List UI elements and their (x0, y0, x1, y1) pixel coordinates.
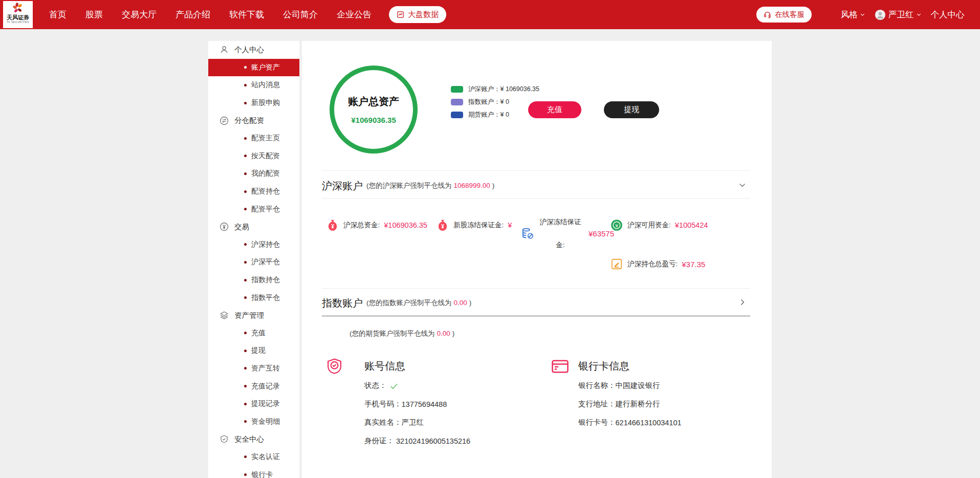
sidebar-item-label: 充值记录 (251, 382, 280, 391)
sidebar-item-account-assets[interactable]: 账户资产 (208, 59, 299, 77)
subtitle-prefix: (您的沪深账户强制平仓线为 (366, 182, 452, 189)
sidebar-item-fund-details[interactable]: 资金明细 (208, 412, 299, 430)
nav-item-home[interactable]: 首页 (49, 9, 67, 20)
brand-logo[interactable]: 天风证券 TF SECURITIES (3, 1, 33, 28)
nav-item-trading-hall[interactable]: 交易大厅 (122, 9, 157, 20)
legend-swatch-purple (451, 99, 463, 105)
bullet-icon (244, 420, 247, 423)
stat-hs-available-funds: ¥ 沪深可用资金: ¥1005424 (610, 219, 708, 232)
sidebar-item-withdraw[interactable]: 提现 (208, 342, 299, 360)
stat-value: ¥1005424 (675, 221, 708, 229)
sidebar-item-label: 配资主页 (251, 134, 280, 143)
sidebar-item-asset-transfer[interactable]: 资产互转 (208, 360, 299, 378)
bullet-icon (244, 473, 247, 476)
bank-info-title: 银行卡信息 (578, 359, 629, 373)
sidebar-item-site-messages[interactable]: 站内消息 (208, 76, 299, 94)
index-account-header[interactable]: 指数账户 (您的指数账户强制平仓线为0.00) (322, 292, 471, 314)
id-card-label: 身份证： (364, 436, 394, 446)
online-service-button[interactable]: 在线客服 (756, 7, 812, 23)
withdraw-button[interactable]: 提现 (604, 101, 659, 118)
coin-icon: ¥ (610, 219, 623, 232)
sidebar-section-security-center[interactable]: 安全中心 (208, 430, 299, 448)
branch-row: 支行地址： 建行新桥分行 (578, 399, 682, 409)
chevron-down-icon[interactable] (860, 12, 865, 17)
bullet-icon (244, 243, 247, 246)
sidebar-section-personal-center[interactable]: 个人中心 (208, 41, 299, 59)
sidebar-item-index-close[interactable]: 指数平仓 (208, 289, 299, 307)
sidebar-item-new-stock-subscription[interactable]: 新股申购 (208, 94, 299, 112)
chevron-down-icon[interactable] (916, 12, 922, 17)
bank-name-label: 银行名称： (578, 381, 616, 390)
divider (322, 170, 750, 171)
moneybag-icon (326, 219, 339, 232)
sidebar-item-allocation-positions[interactable]: 配资持仓 (208, 183, 299, 201)
sidebar-section-allocation[interactable]: 分仓配资 (208, 112, 299, 129)
nav-item-announcements[interactable]: 企业公告 (337, 9, 372, 20)
sidebar-item-my-allocation[interactable]: 我的配资 (208, 165, 299, 183)
total-assets-circle: 账户总资产 ¥1069036.35 (330, 66, 418, 154)
sidebar-item-label: 提现 (251, 346, 266, 355)
stat-hs-total-pnl: 沪深持仓总盈亏: ¥37.35 (610, 257, 705, 271)
recharge-button[interactable]: 充值 (528, 101, 581, 118)
phone-label: 手机号码： (364, 399, 402, 409)
sidebar-item-recharge[interactable]: 充值 (208, 324, 299, 342)
divider (322, 288, 750, 289)
shield-icon (220, 434, 229, 444)
style-dropdown[interactable]: 风格 (841, 9, 858, 20)
flower-logo-icon (11, 2, 25, 14)
bullet-icon (244, 385, 247, 387)
legend-row-futures-account: 期货账户：¥ 0 (451, 111, 539, 119)
yen-circle-icon (220, 222, 229, 231)
account-info-rows: 状态： 手机号码： 13775694488 真实姓名： 严卫红 身份证： 321… (364, 381, 470, 446)
stat-label: 沪深冻结保证金: (538, 210, 582, 256)
moneybag-icon (436, 219, 449, 232)
avatar-icon[interactable] (875, 9, 886, 20)
nav-item-company[interactable]: 公司简介 (283, 9, 318, 20)
sidebar-item-daily-allocation[interactable]: 按天配资 (208, 147, 299, 165)
divider-thick (322, 315, 750, 317)
username-dropdown[interactable]: 严卫红 (888, 9, 914, 20)
header-user-area: 风格 严卫红 个人中心 (841, 0, 965, 29)
sidebar-item-bank-card[interactable]: 银行卡 (208, 466, 299, 478)
bullet-icon (244, 332, 247, 334)
bullet-icon (244, 367, 247, 370)
chevron-right-icon[interactable] (738, 298, 747, 307)
sidebar-item-label: 实名认证 (251, 452, 280, 462)
id-card-value: 321024196005135216 (396, 437, 470, 445)
sidebar-item-label: 配资持仓 (251, 187, 280, 196)
logo-title: 天风证券 (7, 14, 29, 20)
sidebar-item-real-name-auth[interactable]: 实名认证 (208, 448, 299, 466)
sidebar-section-label: 安全中心 (234, 434, 264, 444)
nav-item-downloads[interactable]: 软件下载 (229, 9, 264, 20)
sidebar-item-allocation-home[interactable]: 配资主页 (208, 129, 299, 147)
chevron-down-icon[interactable] (738, 181, 747, 189)
nav-item-products[interactable]: 产品介绍 (176, 9, 210, 20)
sidebar-section-label: 资产管理 (234, 311, 264, 320)
card-number-label: 银行卡号： (578, 418, 616, 427)
stat-value: ¥ (508, 221, 512, 229)
bullet-icon (244, 137, 247, 140)
real-name-label: 真实姓名： (364, 418, 402, 427)
liquidation-line-value: 0.00 (454, 299, 467, 307)
sidebar-section-trading[interactable]: 交易 (208, 218, 299, 236)
stat-new-stock-frozen-margin: 新股冻结保证金: ¥ (436, 219, 512, 232)
sidebar-item-hs-close[interactable]: 沪深平仓 (208, 253, 299, 271)
bank-card-icon (551, 359, 570, 374)
nav-item-personal-center[interactable]: 个人中心 (931, 9, 965, 20)
nav-item-stocks[interactable]: 股票 (85, 9, 103, 20)
sidebar-item-index-positions[interactable]: 指数持仓 (208, 271, 299, 289)
stat-hs-frozen-margin: 沪深冻结保证金: ¥63575 (521, 218, 614, 249)
account-assets-panel: 账户总资产 ¥1069036.35 沪深账户：¥ 1069036.35 指数账户… (302, 41, 772, 478)
sidebar-item-hs-positions[interactable]: 沪深持仓 (208, 236, 299, 254)
sidebar-section-asset-management[interactable]: 资产管理 (208, 307, 299, 324)
sidebar-item-withdraw-records[interactable]: 提现记录 (208, 395, 299, 413)
hs-account-header[interactable]: 沪深账户 (您的沪深账户强制平仓线为1068999.00) (322, 175, 494, 197)
bank-name-row: 银行名称： 中国建设银行 (578, 381, 682, 390)
sidebar-item-label: 提现记录 (251, 399, 280, 408)
market-data-button[interactable]: 大盘数据 (389, 6, 446, 23)
sidebar-item-recharge-records[interactable]: 充值记录 (208, 377, 299, 395)
subtitle-suffix: ) (492, 182, 495, 189)
sidebar-item-allocation-close[interactable]: 配资平仓 (208, 200, 299, 218)
index-account-subtitle: (您的指数账户强制平仓线为0.00) (366, 298, 471, 308)
card-number-value: 6214661310034101 (616, 419, 682, 427)
